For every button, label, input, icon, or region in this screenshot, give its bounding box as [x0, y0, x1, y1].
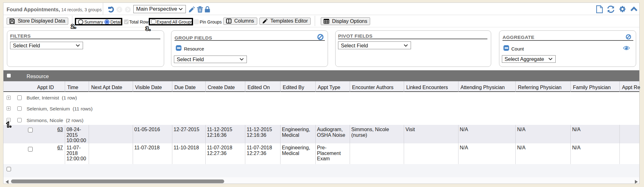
svg-text:3.: 3. [146, 26, 151, 32]
